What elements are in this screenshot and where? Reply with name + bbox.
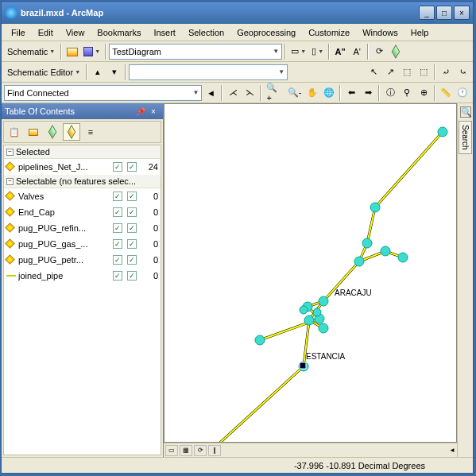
refresh-icon[interactable]: ⟳ <box>371 44 387 60</box>
schematic-editor-menu[interactable]: Schematic Editor▼ <box>4 64 83 80</box>
chk-icon[interactable]: ✓ <box>113 207 122 217</box>
schematic-menu[interactable]: Schematic▼ <box>4 44 58 60</box>
title-bar: brazil.mxd - ArcMap _ □ × <box>2 2 473 24</box>
search-tab[interactable]: Search <box>459 121 472 154</box>
map-canvas[interactable]: ARACAJU ESTANCIA <box>164 103 457 443</box>
save-schematic-icon[interactable]: ▼ <box>81 44 103 60</box>
chk-icon[interactable]: ✓ <box>127 207 137 217</box>
toc-list-by-visibility-icon[interactable] <box>44 123 61 141</box>
menu-customize[interactable]: Customize <box>302 25 356 40</box>
close-toc-icon[interactable]: × <box>147 105 160 118</box>
svg-point-3 <box>354 257 364 266</box>
toc-list-by-drawing-icon[interactable]: 📋 <box>6 123 23 141</box>
chk-icon[interactable]: ✓ <box>127 239 137 249</box>
measure-icon[interactable]: 📏 <box>438 85 454 101</box>
toc-item[interactable]: End_Cap✓✓0 <box>4 204 161 220</box>
open-schematic-icon[interactable] <box>64 44 80 60</box>
chk-icon[interactable]: ✓ <box>127 223 137 233</box>
chk-icon[interactable]: ✓ <box>127 255 137 265</box>
chk-icon[interactable]: ✓ <box>127 162 137 172</box>
edit-tool-icon[interactable]: ▴ <box>90 64 106 80</box>
app-icon <box>5 6 17 19</box>
toc-group-selected[interactable]: −Selected <box>4 145 161 159</box>
menu-edit[interactable]: Edit <box>32 25 60 40</box>
data-view-icon[interactable]: ▭ <box>165 445 178 456</box>
toc-item[interactable]: Valves✓✓0 <box>4 188 161 204</box>
pause-view-icon[interactable]: ‖ <box>208 445 221 456</box>
menu-windows[interactable]: Windows <box>356 25 404 40</box>
rotate-icon[interactable]: ⤾ <box>438 64 454 80</box>
select-icon[interactable]: ⬚ <box>399 64 415 80</box>
coordinates: -37.996 -10.891 Decimal Degrees <box>294 461 473 470</box>
trace-combo[interactable]: Find Connected▼ <box>4 85 202 101</box>
svg-point-13 <box>255 335 265 345</box>
next-extent-icon[interactable]: ➡ <box>360 85 376 101</box>
chk-icon[interactable]: ✓ <box>113 192 122 201</box>
chk-icon[interactable]: ✓ <box>113 255 122 265</box>
diagram-combobox[interactable]: TestDiagram▼ <box>109 44 282 60</box>
pan-icon[interactable]: ✋ <box>304 85 320 101</box>
prev-extent-icon[interactable]: ⬅ <box>343 85 359 101</box>
trace2-icon[interactable]: ⋋ <box>242 85 257 101</box>
toc-group-selectable[interactable]: −Selectable (no features selec... <box>4 175 161 188</box>
deselect-icon[interactable]: ⬚ <box>416 64 431 80</box>
layout-view-icon[interactable]: ▦ <box>180 445 192 456</box>
svg-point-6 <box>319 296 328 306</box>
full-extent-icon[interactable]: 🌐 <box>321 85 337 101</box>
pin-icon[interactable]: 📌 <box>134 105 147 118</box>
toc-item-pipelines[interactable]: pipelines_Net_J... ✓ ✓ 24 <box>4 159 161 175</box>
toolbar-editor: Schematic Editor▼ ▴ ▾ ▼ ↖ ↗ ⬚ ⬚ ⤾ ⤿ <box>2 62 473 83</box>
search-icon[interactable]: 🔍 <box>460 106 471 118</box>
zoom-out-icon[interactable]: 🔍- <box>285 85 304 101</box>
svg-point-5 <box>398 253 408 262</box>
label-estancia: ESTANCIA <box>306 352 345 361</box>
zoom-in-icon[interactable]: 🔍+ <box>264 85 284 101</box>
minimize-button[interactable]: _ <box>419 6 435 20</box>
rotate2-icon[interactable]: ⤿ <box>455 64 470 80</box>
toc-list-by-selection-icon[interactable] <box>63 123 80 141</box>
toc-item[interactable]: pug_PUG_petr...✓✓0 <box>4 252 161 268</box>
refresh-view-icon[interactable]: ⟳ <box>194 445 207 456</box>
svg-point-4 <box>381 246 390 256</box>
identify-icon[interactable]: ⓘ <box>382 85 398 101</box>
font-icon[interactable]: A' <box>349 44 365 60</box>
find-icon[interactable]: ⚲ <box>399 85 415 101</box>
svg-point-1 <box>370 203 380 212</box>
flag-icon[interactable]: ◄ <box>203 85 219 101</box>
maximize-button[interactable]: □ <box>436 6 452 20</box>
arrow-nw-icon[interactable]: ↖ <box>366 64 381 80</box>
move-tool-icon[interactable]: ▾ <box>106 64 122 80</box>
menu-bookmarks[interactable]: Bookmarks <box>91 25 147 40</box>
chk-icon[interactable]: ✓ <box>113 239 122 249</box>
chk-icon[interactable]: ✓ <box>113 162 122 172</box>
toc-options-icon[interactable]: ≡ <box>82 123 99 141</box>
svg-point-10 <box>319 323 328 333</box>
svg-point-0 <box>438 127 447 137</box>
menu-geoprocessing[interactable]: Geoprocessing <box>230 25 302 40</box>
menu-help[interactable]: Help <box>404 25 435 40</box>
toc-item[interactable]: pug_PUG_gas_...✓✓0 <box>4 236 161 252</box>
chk-icon[interactable]: ✓ <box>113 271 122 281</box>
trace1-icon[interactable]: ⋌ <box>225 85 241 101</box>
table-of-contents: Table Of Contents 📌 × 📋 ≡ −Selected pipe… <box>2 103 164 457</box>
menu-file[interactable]: File <box>5 25 32 40</box>
chk-icon[interactable]: ✓ <box>127 192 137 201</box>
sync-icon[interactable] <box>388 44 404 60</box>
menu-selection[interactable]: Selection <box>182 25 230 40</box>
chk-icon[interactable]: ✓ <box>113 223 122 233</box>
chk-icon[interactable]: ✓ <box>127 271 137 281</box>
arrow-ne-icon[interactable]: ↗ <box>382 64 398 80</box>
window-title: brazil.mxd - ArcMap <box>21 8 419 17</box>
window-icon[interactable]: ▭▼ <box>288 44 308 60</box>
layout-combo[interactable]: ▼ <box>129 64 288 80</box>
propagate-icon[interactable]: ▯▼ <box>309 44 326 60</box>
font-bold-icon[interactable]: A" <box>332 44 348 60</box>
toc-list-by-source-icon[interactable] <box>25 123 42 141</box>
close-button[interactable]: × <box>454 6 470 20</box>
goto-xy-icon[interactable]: ⊕ <box>416 85 431 101</box>
menu-insert[interactable]: Insert <box>147 25 182 40</box>
menu-view[interactable]: View <box>60 25 91 40</box>
toc-item[interactable]: pug_PUG_refin...✓✓0 <box>4 220 161 236</box>
toc-item[interactable]: joined_pipe✓✓0 <box>4 268 161 284</box>
time-icon[interactable]: 🕐 <box>455 85 470 101</box>
